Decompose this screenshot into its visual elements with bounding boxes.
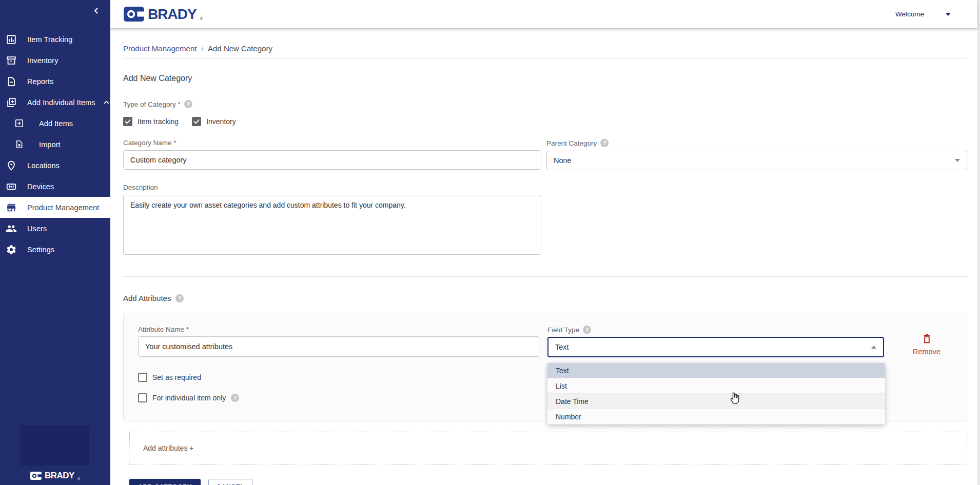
- remove-attribute-button[interactable]: Remove: [901, 326, 952, 357]
- brady-symbol-icon: [124, 7, 144, 22]
- parent-category-select[interactable]: None: [546, 151, 967, 170]
- attribute-name-input[interactable]: [138, 336, 539, 357]
- set-as-required-row[interactable]: Set as required: [138, 373, 201, 382]
- library-add-icon: [6, 97, 17, 108]
- check-icon: [124, 118, 131, 125]
- brand-wordmark: BRADY: [45, 471, 74, 481]
- sidebar-item-label: Item Tracking: [27, 35, 72, 44]
- chevron-left-icon: [92, 6, 101, 15]
- welcome-label: Welcome: [895, 10, 924, 18]
- type-of-category-label: Type of Category * ?: [123, 100, 967, 108]
- sidebar-item-import[interactable]: Import: [0, 134, 110, 155]
- field-type-select[interactable]: Text: [547, 337, 884, 357]
- help-icon[interactable]: ?: [231, 394, 239, 402]
- parent-category-label-text: Parent Category: [546, 139, 597, 147]
- file-upload-icon: [14, 139, 24, 149]
- category-name-label: Category Name *: [123, 139, 541, 147]
- sidebar-item-label: Devices: [27, 183, 54, 191]
- help-icon[interactable]: ?: [600, 139, 609, 147]
- bar-chart-icon: [6, 34, 17, 45]
- parent-category-value: None: [554, 156, 572, 165]
- add-attributes-button[interactable]: Add attributes +: [129, 432, 967, 464]
- breadcrumb-divider: [123, 58, 967, 58]
- sidebar-item-item-tracking[interactable]: Item Tracking: [0, 29, 110, 50]
- help-icon[interactable]: ?: [583, 326, 591, 334]
- location-pin-icon: [6, 160, 17, 171]
- brand-wordmark: BRADY: [148, 7, 197, 22]
- field-type-option-list[interactable]: List: [547, 378, 885, 394]
- sidebar-footer-panel: [19, 425, 89, 466]
- sidebar-item-reports[interactable]: Reports: [0, 71, 110, 92]
- checkbox-label: Inventory: [206, 117, 236, 126]
- sidebar-item-inventory[interactable]: Inventory: [0, 50, 110, 71]
- breadcrumb: Product Management / Add New Category: [123, 44, 967, 53]
- attribute-name-label: Attribute Name *: [138, 326, 539, 333]
- category-name-group: Category Name *: [123, 139, 541, 170]
- individual-item-only-row[interactable]: For individual item only ?: [138, 393, 239, 402]
- sidebar-item-label: Product Management: [27, 204, 99, 212]
- main-area: BRADY ® Welcome Product Management / Add…: [110, 0, 977, 485]
- sidebar-item-label: Settings: [27, 246, 54, 254]
- field-type-label-text: Field Type: [547, 326, 579, 334]
- inventory-checkbox[interactable]: [192, 117, 201, 126]
- users-icon: [6, 223, 17, 234]
- field-type-option-number[interactable]: Number: [547, 409, 885, 425]
- cancel-button[interactable]: CANCEL: [208, 479, 252, 485]
- description-textarea[interactable]: Easily create your own asset categories …: [123, 195, 541, 255]
- welcome-menu[interactable]: Welcome: [895, 0, 951, 28]
- sidebar-item-product-management[interactable]: Product Management: [0, 197, 110, 218]
- parent-category-group: Parent Category ? None: [546, 139, 967, 170]
- field-type-group: Field Type ? Text: [547, 326, 884, 357]
- help-icon[interactable]: ?: [175, 294, 184, 302]
- report-document-icon: [6, 76, 17, 87]
- section-divider: [123, 276, 967, 277]
- sidebar-item-label: Users: [27, 225, 47, 233]
- attribute-row: Attribute Name * Field Type ? Text: [138, 326, 952, 357]
- sidebar-item-label: Inventory: [27, 56, 58, 65]
- gear-icon: [6, 244, 17, 255]
- sidebar-item-devices[interactable]: Devices: [0, 176, 110, 197]
- attribute-name-group: Attribute Name *: [138, 326, 539, 357]
- item-tracking-checkbox-row[interactable]: Item tracking: [123, 117, 179, 126]
- category-name-input[interactable]: [123, 150, 541, 170]
- top-header: BRADY ® Welcome: [110, 0, 977, 28]
- registered-mark: ®: [200, 17, 203, 21]
- add-attributes-title-text: Add Attributes: [123, 294, 171, 302]
- sidebar-item-users[interactable]: Users: [0, 218, 110, 239]
- sidebar-nav: Item Tracking Inventory Reports Add Indi…: [0, 29, 110, 260]
- help-icon[interactable]: ?: [184, 100, 192, 108]
- checkbox-label: Item tracking: [138, 117, 179, 126]
- registered-mark: ®: [77, 477, 80, 481]
- app-root: Item Tracking Inventory Reports Add Indi…: [0, 0, 980, 485]
- sidebar-item-add-individual-items[interactable]: Add Individual Items: [0, 92, 110, 113]
- individual-item-only-checkbox[interactable]: [138, 393, 147, 402]
- breadcrumb-separator: /: [201, 45, 203, 53]
- chevron-up-icon: [103, 98, 110, 106]
- sidebar-item-settings[interactable]: Settings: [0, 239, 110, 260]
- chevron-down-icon: [955, 159, 960, 162]
- add-category-button[interactable]: ADD CATEGORY: [129, 479, 201, 485]
- form-actions: ADD CATEGORY CANCEL: [129, 479, 967, 485]
- sidebar-item-label: Add Individual Items: [27, 98, 95, 107]
- field-type-dropdown-menu: Text List Date Time Number: [547, 363, 885, 425]
- right-gutter: [977, 0, 980, 485]
- sidebar-item-label: Reports: [27, 77, 53, 86]
- breadcrumb-current: Add New Category: [208, 44, 272, 53]
- item-tracking-checkbox[interactable]: [123, 117, 132, 126]
- add-box-icon: [14, 118, 24, 128]
- store-icon: [6, 202, 17, 213]
- breadcrumb-product-management[interactable]: Product Management: [123, 44, 197, 53]
- sidebar-collapse-button[interactable]: [92, 6, 101, 15]
- attribute-card: Attribute Name * Field Type ? Text: [123, 313, 967, 421]
- description-label: Description: [123, 184, 967, 191]
- field-type-option-date-time[interactable]: Date Time: [547, 394, 885, 409]
- field-type-option-text[interactable]: Text: [547, 363, 885, 378]
- inventory-checkbox-row[interactable]: Inventory: [192, 117, 236, 126]
- add-attributes-label: Add attributes +: [143, 444, 193, 452]
- sidebar-item-add-items[interactable]: Add Items: [0, 113, 110, 134]
- set-as-required-checkbox[interactable]: [138, 373, 147, 382]
- sidebar: Item Tracking Inventory Reports Add Indi…: [0, 0, 110, 485]
- sidebar-brady-logo: BRADY ®: [0, 471, 110, 481]
- sidebar-item-locations[interactable]: Locations: [0, 155, 110, 176]
- type-of-category-label-text: Type of Category *: [123, 100, 181, 108]
